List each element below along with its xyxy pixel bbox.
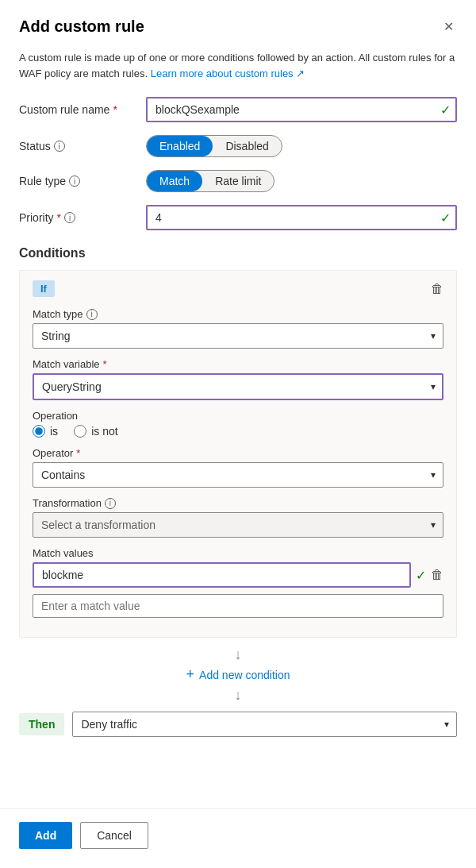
match-value-check-icon: ✓ bbox=[416, 568, 426, 583]
rule-type-toggle-wrap: Match Rate limit bbox=[146, 170, 457, 192]
match-type-select[interactable]: String IP address Geo location Size bbox=[33, 323, 443, 349]
custom-rule-name-wrap: ✓ bbox=[146, 97, 457, 122]
match-variable-select-wrap: QueryString RequestUri RequestBody Reque… bbox=[33, 373, 443, 400]
add-button[interactable]: Add bbox=[19, 822, 72, 849]
if-badge: If bbox=[33, 280, 55, 297]
check-icon: ✓ bbox=[440, 102, 451, 118]
dialog-header: Add custom rule ✕ bbox=[19, 16, 457, 37]
match-type-label: Match type i bbox=[33, 308, 443, 320]
match-variable-label: Match variable * bbox=[33, 358, 443, 370]
status-row: Status i Enabled Disabled bbox=[19, 135, 457, 157]
add-condition-label: Add new condition bbox=[199, 669, 290, 681]
custom-rule-name-label: Custom rule name * bbox=[19, 103, 146, 116]
if-bar: If 🗑 bbox=[33, 280, 443, 297]
external-link-icon: ↗ bbox=[296, 68, 305, 79]
operator-required: * bbox=[76, 447, 80, 459]
operation-is-radio[interactable] bbox=[33, 425, 45, 438]
match-variable-required: * bbox=[103, 358, 107, 370]
operation-is-not-label: is not bbox=[91, 425, 117, 438]
delete-condition-button[interactable]: 🗑 bbox=[431, 282, 443, 296]
conditions-section: Conditions If 🗑 Match type i String IP a… bbox=[19, 246, 457, 756]
match-values-section: ✓ 🗑 bbox=[33, 562, 443, 618]
delete-match-value-button[interactable]: 🗑 bbox=[431, 568, 443, 582]
operator-select-wrap: Contains Equals StartsWith EndsWith Less… bbox=[33, 462, 443, 488]
learn-more-link[interactable]: Learn more about custom rules ↗ bbox=[151, 68, 305, 79]
dialog-title: Add custom rule bbox=[19, 17, 144, 36]
status-label: Status i bbox=[19, 140, 146, 152]
plus-icon: + bbox=[186, 666, 195, 683]
priority-wrap: ✓ bbox=[146, 205, 457, 230]
operation-label: Operation bbox=[33, 410, 443, 422]
required-asterisk: * bbox=[113, 103, 117, 116]
match-type-info-icon: i bbox=[86, 309, 98, 320]
priority-info-icon: i bbox=[64, 212, 75, 223]
custom-rule-name-input[interactable] bbox=[146, 97, 457, 122]
add-condition-row: ↓ + Add new condition ↓ bbox=[19, 647, 457, 702]
then-action-select-wrap: Deny traffic Allow traffic Log request ▾ bbox=[72, 712, 457, 737]
status-info-icon: i bbox=[54, 141, 65, 152]
match-values-label: Match values bbox=[33, 547, 443, 559]
operation-is-option[interactable]: is bbox=[33, 425, 58, 438]
then-action-select[interactable]: Deny traffic Allow traffic Log request bbox=[72, 712, 457, 737]
match-type-select-wrap: String IP address Geo location Size ▾ bbox=[33, 323, 443, 349]
rule-type-label: Rule type i bbox=[19, 175, 146, 187]
status-toggle-group: Enabled Disabled bbox=[146, 135, 282, 157]
operation-is-label: is bbox=[50, 425, 58, 438]
transformation-info-icon: i bbox=[105, 498, 116, 509]
rule-type-rate-limit-button[interactable]: Rate limit bbox=[202, 171, 274, 191]
transformation-label: Transformation i bbox=[33, 497, 443, 509]
match-value-row-empty bbox=[33, 594, 443, 618]
footer-divider bbox=[0, 808, 476, 809]
match-value-row-1: ✓ 🗑 bbox=[33, 562, 443, 588]
add-condition-button[interactable]: + Add new condition bbox=[177, 662, 300, 688]
close-button[interactable]: ✕ bbox=[440, 16, 457, 37]
status-enabled-button[interactable]: Enabled bbox=[147, 136, 213, 156]
rule-type-match-button[interactable]: Match bbox=[147, 171, 202, 191]
dialog-description: A custom rule is made up of one or more … bbox=[19, 50, 457, 81]
match-variable-select[interactable]: QueryString RequestUri RequestBody Reque… bbox=[33, 373, 443, 400]
operation-is-not-option[interactable]: is not bbox=[74, 425, 117, 438]
arrow-down-icon: ↓ bbox=[235, 647, 242, 662]
cancel-button[interactable]: Cancel bbox=[80, 822, 148, 849]
arrow-down-icon-2: ↓ bbox=[235, 688, 242, 702]
transformation-select-wrap: Select a transformation Lowercase Trim U… bbox=[33, 512, 443, 538]
transformation-select[interactable]: Select a transformation Lowercase Trim U… bbox=[33, 512, 443, 538]
status-disabled-button[interactable]: Disabled bbox=[213, 136, 281, 156]
footer-buttons: Add Cancel bbox=[19, 822, 457, 849]
priority-input[interactable] bbox=[146, 205, 457, 230]
condition-card: If 🗑 Match type i String IP address Geo … bbox=[19, 270, 457, 638]
priority-label: Priority * i bbox=[19, 211, 146, 224]
custom-rule-name-row: Custom rule name * ✓ bbox=[19, 97, 457, 122]
match-value-input-empty[interactable] bbox=[33, 594, 443, 618]
operator-label: Operator * bbox=[33, 447, 443, 459]
operation-row: is is not bbox=[33, 425, 443, 438]
rule-type-row: Rule type i Match Rate limit bbox=[19, 170, 457, 192]
priority-row: Priority * i ✓ bbox=[19, 205, 457, 230]
priority-check-icon: ✓ bbox=[440, 210, 451, 226]
match-value-input-1[interactable] bbox=[33, 562, 411, 588]
status-toggle-wrap: Enabled Disabled bbox=[146, 135, 457, 157]
conditions-title: Conditions bbox=[19, 246, 457, 260]
operator-select[interactable]: Contains Equals StartsWith EndsWith Less… bbox=[33, 462, 443, 488]
priority-required-asterisk: * bbox=[57, 211, 61, 224]
rule-type-info-icon: i bbox=[69, 176, 80, 187]
then-badge: Then bbox=[19, 713, 64, 735]
then-row: Then Deny traffic Allow traffic Log requ… bbox=[19, 712, 457, 737]
rule-type-toggle-group: Match Rate limit bbox=[146, 170, 274, 192]
operation-is-not-radio[interactable] bbox=[74, 425, 86, 438]
add-custom-rule-dialog: Add custom rule ✕ A custom rule is made … bbox=[0, 0, 476, 868]
